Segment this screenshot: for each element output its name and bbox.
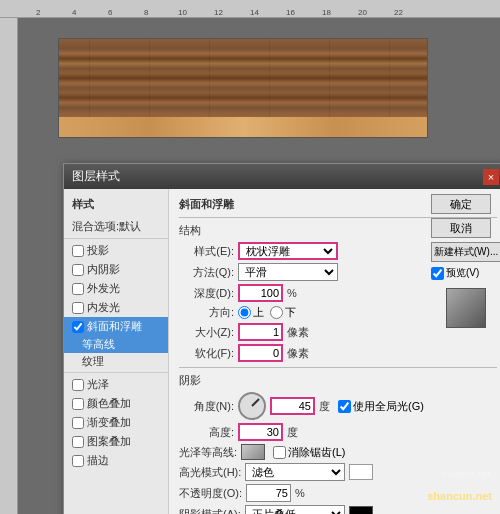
direction-up-radio[interactable] [238,306,251,319]
direction-down-label[interactable]: 下 [270,305,296,320]
satin-checkbox[interactable] [72,379,84,391]
shadow-color-swatch[interactable] [349,506,373,514]
inner-glow-item[interactable]: 内发光 [64,298,168,317]
color-overlay-label: 颜色叠加 [87,396,131,411]
style-label: 样式(E): [179,244,234,259]
gradient-overlay-item[interactable]: 渐变叠加 [64,413,168,432]
altitude-input[interactable] [238,423,283,441]
direction-up-label[interactable]: 上 [238,305,264,320]
stroke-checkbox[interactable] [72,455,84,467]
pattern-overlay-checkbox[interactable] [72,436,84,448]
style-panel-title: 样式 [64,194,168,217]
gloss-contour-label: 光泽等高线: [179,445,237,460]
anti-alias-label[interactable]: 消除锯齿(L) [273,445,345,460]
satin-item[interactable]: 光泽 [64,375,168,394]
direction-down-radio[interactable] [270,306,283,319]
wood-stripe [59,117,427,137]
style-select[interactable]: 枕状浮雕 外斜面 内斜面 浮雕效果 描边浮雕 [238,242,338,260]
drop-shadow-checkbox[interactable] [72,245,84,257]
new-style-button[interactable]: 新建样式(W)... [431,242,500,262]
dialog-close-button[interactable]: × [483,169,499,185]
bevel-emboss-checkbox[interactable] [72,321,84,333]
ok-button[interactable]: 确定 [431,194,491,214]
angle-row: 角度(N): 度 使用全局光(G) [179,392,497,420]
angle-needle [251,398,259,406]
color-overlay-checkbox[interactable] [72,398,84,410]
soften-label: 软化(F): [179,346,234,361]
highlight-opacity-input[interactable] [246,484,291,502]
size-label: 大小(Z): [179,325,234,340]
global-light-text: 使用全局光(G) [353,399,424,414]
canvas-area: 图层样式 × 样式 混合选项:默认 投影 内阴影 [18,18,500,514]
global-light-label[interactable]: 使用全局光(G) [338,399,424,414]
highlight-mode-select[interactable]: 滤色 正常 叠加 [245,463,345,481]
pattern-overlay-item[interactable]: 图案叠加 [64,432,168,451]
outer-glow-label: 外发光 [87,281,120,296]
contour-label: 等高线 [82,338,115,350]
direction-label: 方向: [179,305,234,320]
preview-label[interactable]: 预览(V) [431,266,500,280]
color-overlay-item[interactable]: 颜色叠加 [64,394,168,413]
direction-group: 上 下 [238,305,296,320]
highlight-opacity-unit: % [295,487,305,499]
shadow-section-label: 阴影 [179,373,497,388]
anti-alias-checkbox[interactable] [273,446,286,459]
stroke-item[interactable]: 描边 [64,451,168,470]
stroke-label: 描边 [87,453,109,468]
altitude-label: 高度: [179,425,234,440]
inner-shadow-label: 内阴影 [87,262,120,277]
drop-shadow-label: 投影 [87,243,109,258]
blend-options-item[interactable]: 混合选项:默认 [64,217,168,236]
inner-glow-checkbox[interactable] [72,302,84,314]
altitude-row: 高度: 度 [179,423,497,441]
ruler-top: 2 4 6 8 10 12 14 16 18 20 22 [0,0,500,18]
shadow-mode-select[interactable]: 正片叠低 正常 叠加 [245,505,345,514]
size-unit: 像素 [287,325,309,340]
gloss-contour-row: 光泽等高线: 消除锯齿(L) [179,444,497,460]
preview-text: 预览(V) [446,266,479,280]
depth-input[interactable] [238,284,283,302]
bevel-emboss-item[interactable]: 斜面和浮雕 [64,317,168,336]
texture-label: 纹理 [82,355,104,367]
method-select[interactable]: 平滑 雕刻清晰 雕刻柔和 [238,263,338,281]
direction-up-text: 上 [253,305,264,320]
angle-label: 角度(N): [179,399,234,414]
outer-glow-item[interactable]: 外发光 [64,279,168,298]
inner-shadow-item[interactable]: 内阴影 [64,260,168,279]
contour-subitem[interactable]: 等高线 [64,336,168,353]
angle-input[interactable] [270,397,315,415]
contour-thumbnail[interactable] [241,444,265,460]
dialog-titlebar: 图层样式 × [64,164,500,189]
wood-texture-canvas [58,38,428,138]
texture-subitem[interactable]: 纹理 [64,353,168,370]
angle-dial[interactable] [238,392,266,420]
left-divider-1 [64,238,168,239]
outer-glow-checkbox[interactable] [72,283,84,295]
pattern-overlay-label: 图案叠加 [87,434,131,449]
watermark-url: shancun.net [441,469,490,479]
drop-shadow-item[interactable]: 投影 [64,241,168,260]
preview-checkbox[interactable] [431,267,444,280]
inner-glow-label: 内发光 [87,300,120,315]
inner-shadow-checkbox[interactable] [72,264,84,276]
bevel-emboss-label: 斜面和浮雕 [87,319,142,334]
size-input[interactable] [238,323,283,341]
left-panel: 样式 混合选项:默认 投影 内阴影 外发光 [64,189,169,514]
action-buttons-panel: 确定 取消 新建样式(W)... 预览(V) [431,194,500,332]
left-divider-2 [64,372,168,373]
highlight-opacity-label: 不透明度(O): [179,486,242,501]
highlight-color-swatch[interactable] [349,464,373,480]
soften-input[interactable] [238,344,283,362]
satin-label: 光泽 [87,377,109,392]
dialog-title: 图层样式 [72,168,120,185]
angle-degree: 度 [319,399,330,414]
angle-container: 度 [238,392,330,420]
cancel-button[interactable]: 取消 [431,218,491,238]
method-label: 方法(Q): [179,265,234,280]
gradient-overlay-checkbox[interactable] [72,417,84,429]
layer-style-dialog: 图层样式 × 样式 混合选项:默认 投影 内阴影 [63,163,500,514]
soften-unit: 像素 [287,346,309,361]
section-divider-2 [179,367,497,368]
preview-thumbnail [446,288,486,328]
global-light-checkbox[interactable] [338,400,351,413]
